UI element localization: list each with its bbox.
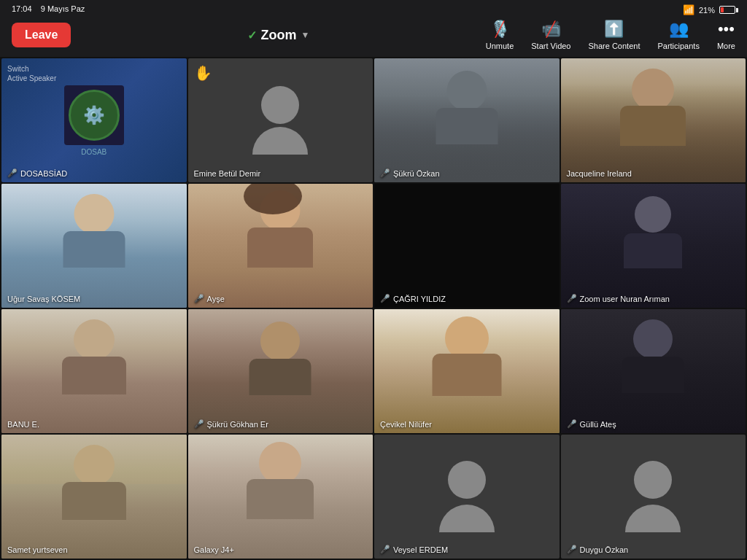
nuran-label: 🎤 Zoom user Nuran Arıman [567, 294, 670, 303]
avatar-bg-duygu [561, 435, 746, 559]
cevikel-label: Çevikel Nilüfer [380, 420, 432, 429]
ugur-video [1, 184, 187, 308]
mute-icon-nuran: 🎤 [567, 294, 577, 303]
share-content-button[interactable]: ⬆️ Share Content [589, 20, 640, 50]
sukruozkan-video [374, 58, 560, 182]
avatar-person-veysel [439, 461, 495, 532]
video-cell-ugur[interactable]: Uğur Savaş KÖSEM [1, 184, 187, 308]
leave-button[interactable]: Leave [12, 23, 71, 47]
gullu-video [561, 309, 746, 433]
samet-label: Samet yurtseven [7, 545, 68, 554]
video-cell-jacqueline[interactable]: Jacqueline Ireland [561, 58, 746, 182]
video-cell-cevikel[interactable]: Çevikel Nilüfer [374, 309, 560, 433]
video-cell-sukruozkan[interactable]: 🎤 Şükrü Özkan [374, 58, 560, 182]
veysel-label: 🎤 Veysel ERDEM [380, 545, 448, 554]
top-bar: 17:04 9 Mayıs Paz 📶 21% Leave ✓ Zoom ▼ 🎙… [0, 0, 747, 57]
topbar-left: Leave [12, 9, 71, 47]
nuran-video [561, 184, 746, 308]
dosab-label: 🎤 DOSABSİAD [7, 168, 67, 178]
battery-level: 21% [699, 6, 715, 15]
video-slash-icon: 📹╱ [541, 20, 561, 39]
banu-video [1, 309, 187, 433]
emine-label: Emine Betül Demir [194, 169, 261, 178]
mute-icon-cagri: 🎤 [380, 294, 390, 303]
mute-icon: 🎤 [7, 168, 18, 178]
more-label: More [717, 42, 735, 50]
ayse-video [188, 184, 374, 308]
hand-raised-icon: ✋ [194, 64, 212, 82]
status-bar: 17:04 9 Mayıs Paz 📶 21% [0, 4, 747, 15]
video-cell-samet[interactable]: Samet yurtseven [1, 435, 187, 559]
ayse-label: 🎤 Ayşe [194, 294, 225, 303]
avatar-bg-emine [188, 58, 374, 182]
video-cell-banu[interactable]: BANU E. [1, 309, 187, 433]
avatar-bg-cagri [374, 184, 560, 308]
ugur-label: Uğur Savaş KÖSEM [7, 295, 80, 303]
mute-icon-gullu: 🎤 [567, 419, 577, 429]
avatar-person-emine [252, 86, 308, 155]
sukruozkan-label: 🎤 Şükrü Özkan [380, 168, 440, 178]
galaxy-video [188, 435, 374, 559]
unmute-button[interactable]: 🎙️╱ Unmute [486, 20, 514, 50]
video-cell-gullu[interactable]: 🎤 Güllü Ateş [561, 309, 746, 433]
mute-icon-duygu: 🎤 [567, 545, 577, 554]
wifi-icon: 📶 [683, 4, 694, 15]
video-cell-duygu[interactable]: 🎤 Duygu Özkan [561, 435, 746, 559]
switch-active-speaker-label: SwitchActive Speaker [7, 64, 56, 83]
banu-label: BANU E. [7, 420, 39, 429]
samet-video [1, 435, 187, 559]
topbar-right: 🎙️╱ Unmute 📹╱ Start Video ⬆️ Share Conte… [486, 20, 735, 50]
video-cell-ayse[interactable]: 🎤 Ayşe [188, 184, 374, 308]
video-cell-cagri[interactable]: 🎤 ÇAĞRI YILDIZ [374, 184, 560, 308]
galaxy-label: Galaxy J4+ [194, 545, 234, 554]
participants-button[interactable]: 👥 Participants [657, 20, 699, 50]
battery-icon [719, 6, 735, 14]
gullu-label: 🎤 Güllü Ateş [567, 419, 616, 429]
dots-icon: ••• [718, 20, 735, 39]
duygu-label: 🎤 Duygu Özkan [567, 545, 629, 554]
unmute-label: Unmute [486, 42, 514, 50]
share-icon: ⬆️ [604, 20, 624, 39]
zoom-label: Zoom [261, 28, 297, 43]
mute-icon-veysel: 🎤 [380, 545, 390, 554]
zoom-check-icon: ✓ [247, 28, 257, 42]
cagri-label: 🎤 ÇAĞRI YILDIZ [380, 294, 446, 303]
zoom-caret-icon: ▼ [301, 30, 310, 40]
video-cell-galaxy[interactable]: Galaxy J4+ [188, 435, 374, 559]
video-cell-emine[interactable]: ✋ Emine Betül Demir [188, 58, 374, 182]
more-button[interactable]: ••• More [717, 20, 735, 50]
mute-icon-sukruozkan: 🎤 [380, 168, 390, 178]
avatar-bg-veysel [374, 435, 560, 559]
start-video-label: Start Video [531, 42, 570, 50]
video-cell-sukrugokhan[interactable]: 🎤 Şükrü Gökhan Er [188, 309, 374, 433]
share-content-label: Share Content [589, 42, 640, 50]
mic-slash-icon: 🎙️╱ [490, 20, 510, 39]
sukrugokhan-label: 🎤 Şükrü Gökhan Er [194, 419, 268, 429]
mute-icon-sukrugokhan: 🎤 [194, 419, 204, 429]
video-grid: ⚙️ DOSAB SwitchActive Speaker 🎤 DOSABSİA… [0, 57, 747, 560]
jacqueline-video [561, 58, 746, 182]
people-icon: 👥 [669, 20, 689, 39]
mute-icon-ayse: 🎤 [194, 294, 204, 303]
participants-label: Participants [657, 42, 699, 50]
video-cell-dosab[interactable]: ⚙️ DOSAB SwitchActive Speaker 🎤 DOSABSİA… [1, 58, 187, 182]
jacqueline-label: Jacqueline Ireland [567, 169, 632, 178]
sukrugokhan-video [188, 309, 374, 433]
start-video-button[interactable]: 📹╱ Start Video [531, 20, 570, 50]
avatar-person-duygu [625, 461, 681, 532]
zoom-title: ✓ Zoom ▼ [247, 28, 310, 43]
video-cell-nuran[interactable]: 🎤 Zoom user Nuran Arıman [561, 184, 746, 308]
status-bar-right: 📶 21% [683, 4, 735, 15]
video-cell-veysel[interactable]: 🎤 Veysel ERDEM [374, 435, 560, 559]
cevikel-video [374, 309, 560, 433]
